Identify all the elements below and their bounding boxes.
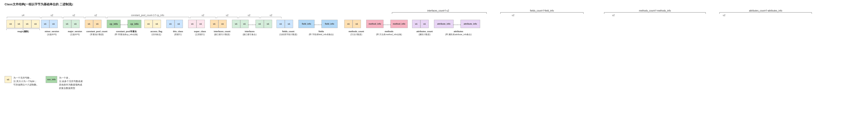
box-u1: u1	[285, 20, 293, 28]
legend-u1-text: 为一个无符号数， 注:其大小为一个byte； 可存放两位十六进制数。	[13, 76, 39, 86]
legend-u1-line2: 注:其大小为一个byte；	[13, 80, 39, 83]
interfaces-bracket-label: interfaces_count个u2	[427, 9, 449, 12]
box-u1: u1	[412, 20, 421, 28]
box-u1: u1	[144, 20, 153, 28]
lbl-u2-access: u2	[202, 14, 204, 16]
legend-xxx-line2: 注:由多个无符号数或者	[59, 80, 83, 83]
access-boxes: u1 u1	[144, 20, 161, 28]
major-boxes: u1 u1	[63, 20, 80, 28]
box-field-info: field_info	[321, 20, 338, 28]
box-u1: u1	[264, 20, 272, 28]
label-methods: methods (即:方法表method_info合集)	[364, 30, 414, 36]
box-dots: ......	[121, 20, 127, 28]
box-method-info: method_info	[391, 20, 408, 28]
diagram-area: interfaces_count个u2 fields_count个field_i…	[5, 8, 853, 73]
box-dots: ......	[454, 20, 461, 28]
box-cp-info: cp_info	[107, 20, 121, 28]
box-u1: u1	[344, 20, 352, 28]
acount-boxes: u1 u1	[412, 20, 429, 28]
lbl-u2-major: u2	[72, 14, 75, 16]
icount-boxes: u1 u1	[210, 20, 227, 28]
box-cp-info: cp_info	[127, 20, 142, 28]
super-boxes: u1 u1	[188, 20, 205, 28]
box-dots: ......	[314, 20, 321, 28]
box-u1: u1	[421, 20, 429, 28]
lbl-cp-info: constant_pool_count-1个cp_info	[131, 14, 164, 16]
box-u1: u1	[352, 20, 361, 28]
label-fields: fields (即:字段表field_info表集合)	[296, 30, 347, 36]
box-u1: u1	[23, 20, 31, 28]
diagram-svg: interfaces_count个u2 fields_count个field_i…	[5, 8, 853, 73]
box-u1: u1	[277, 20, 285, 28]
lbl-u2-acount: u2	[723, 14, 725, 16]
legend: u1 为一个无符号数， 注:其大小为一个byte； 可存放两位十六进制数。 xx…	[5, 76, 863, 90]
box-dots: ......	[249, 20, 255, 28]
cp-boxes: cp_info ...... cp_info	[107, 20, 142, 28]
mcount-boxes: u1 u1	[344, 20, 361, 28]
lbl-u2-this: u2	[226, 14, 228, 16]
lbl-u2-icount: u2	[270, 14, 272, 16]
cp-count-boxes: u1 u1	[85, 20, 101, 28]
box-u1: u1	[153, 20, 161, 28]
legend-u1-box: u1	[5, 76, 11, 83]
box-method-info: method_info	[366, 20, 383, 28]
legend-u1-line3: 可存放两位十六进制数。	[13, 83, 39, 86]
box-dots: ......	[383, 20, 391, 28]
lbl-u2-mcount: u2	[612, 14, 615, 16]
box-u1: u1	[15, 20, 23, 28]
box-u1: u1	[63, 20, 71, 28]
magic-boxes: u1 u1 u1 u1	[6, 20, 40, 28]
box-u1: u1	[41, 20, 49, 28]
lbl-u2-super: u2	[248, 14, 250, 16]
box-u1: u1	[196, 20, 205, 28]
box-attribute-info: attribute_info	[461, 20, 480, 28]
diagram-wrapper: interfaces_count个u2 fields_count个field_i…	[5, 8, 858, 73]
this-boxes: u1 u1	[166, 20, 183, 28]
box-u1: u1	[85, 20, 93, 28]
page-title: Class文件结构(一组以字节为基础单位的 二进制流):	[5, 2, 863, 6]
lbl-u2-cp-count: u2	[94, 14, 97, 16]
legend-xxx-line1: 为一个表，	[59, 76, 83, 80]
box-u1: u1	[93, 20, 101, 28]
box-u1: u1	[240, 20, 249, 28]
legend-u1: u1 为一个无符号数， 注:其大小为一个byte； 可存放两位十六进制数。	[5, 76, 39, 86]
legend-xxx-text: 为一个表， 注:由多个无符号数或者 其他表作为数据项构成 的复合数据类型	[59, 76, 83, 90]
attrs-boxes: attribute_info ...... attribute_info	[434, 20, 480, 28]
legend-xxx-box: xxx_info	[46, 76, 57, 83]
box-u1: u1	[255, 20, 264, 28]
minor-boxes: u1 u1	[41, 20, 58, 28]
fields-boxes: field_info ...... field_info	[299, 20, 338, 28]
box-u1: u1	[31, 20, 40, 28]
label-cp: constant_pool常量池 (即:常量池表cp_info合集)	[106, 30, 147, 36]
methods-bracket-label: methods_count个methods_info	[639, 9, 671, 12]
box-attribute-info: attribute_info	[434, 20, 454, 28]
lbl-u2-fcount: u2	[512, 14, 515, 16]
legend-xxx-line4: 的复合数据类型	[59, 86, 83, 90]
label-magic: magic(魔数)	[6, 30, 40, 33]
lbl-u2-minor: u2	[51, 14, 53, 16]
box-u1: u1	[210, 20, 218, 28]
lbl-u4: u4	[22, 14, 25, 16]
box-u1: u1	[6, 20, 15, 28]
fcount-boxes: u1 u1	[277, 20, 293, 28]
box-field-info: field_info	[299, 20, 314, 28]
main-container: Class文件结构(一组以字节为基础单位的 二进制流): interfaces_…	[0, 0, 868, 92]
box-u1: u1	[175, 20, 183, 28]
attrs-bracket-label: attributes_count个attributes_info	[749, 9, 782, 12]
legend-xxx-info: xxx_info 为一个表， 注:由多个无符号数或者 其他表作为数据项构成 的复…	[46, 76, 83, 90]
legend-xxx-line3: 其他表作为数据项构成	[59, 83, 83, 86]
label-interfaces: interfaces (接口索引集合)	[229, 30, 270, 36]
methods-boxes: method_info ...... method_info	[366, 20, 408, 28]
legend-u1-line1: 为一个无符号数，	[13, 76, 39, 80]
box-u1: u1	[232, 20, 240, 28]
fields-bracket-label: fields_count个field_info	[530, 9, 554, 12]
box-u1: u1	[49, 20, 58, 28]
box-u1: u1	[188, 20, 196, 28]
label-attrs: attributes (即:属性表attribute_info集合)	[432, 30, 485, 36]
box-u1: u1	[71, 20, 80, 28]
box-u1: u1	[166, 20, 175, 28]
box-u1: u1	[218, 20, 227, 28]
interfaces-boxes: u1 u1 ...... u1 u1	[232, 20, 272, 28]
